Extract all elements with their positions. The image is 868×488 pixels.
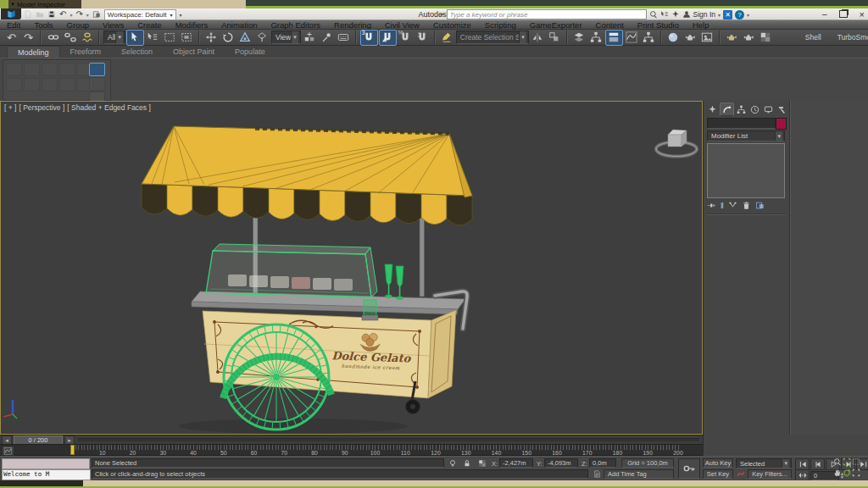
ribbon-edge-mode-button[interactable] xyxy=(24,63,40,76)
search-input[interactable] xyxy=(447,9,647,19)
add-time-tag-button[interactable]: Add Time Tag xyxy=(604,469,674,479)
ribbon-toggle-button[interactable] xyxy=(605,30,623,46)
menu-gameexporter[interactable]: GameExporter xyxy=(523,20,589,30)
open-file-icon[interactable] xyxy=(36,10,44,19)
tab-create[interactable] xyxy=(706,103,719,115)
set-key-button[interactable]: Set Key xyxy=(703,469,733,479)
viewport-menu-general[interactable]: [ + ] xyxy=(4,103,16,112)
menu-help[interactable]: Help xyxy=(686,20,716,30)
render-production-button[interactable] xyxy=(724,30,740,45)
ribbon-preview-button[interactable] xyxy=(6,78,22,92)
menu-card-holder[interactable] xyxy=(362,300,378,320)
snap-3d-toggle[interactable]: 3 xyxy=(360,30,378,46)
x-coord-field[interactable]: -2,427m xyxy=(499,458,533,468)
time-back-button[interactable]: ◂ xyxy=(2,435,12,445)
absolute-mode-toggle[interactable] xyxy=(478,459,487,468)
custom-button-shell[interactable]: Shell xyxy=(805,33,821,42)
ribbon-tab-object-paint[interactable]: Object Paint xyxy=(163,46,225,58)
edit-named-selection-sets-button[interactable] xyxy=(439,30,455,45)
angle-snap-toggle[interactable] xyxy=(379,30,397,46)
menu-edit[interactable]: Edit xyxy=(0,20,27,30)
ribbon-tab-selection[interactable]: Selection xyxy=(111,46,163,58)
restore-button[interactable] xyxy=(839,10,848,18)
select-object-button[interactable] xyxy=(126,30,144,46)
selection-region-button[interactable] xyxy=(162,30,178,45)
pan-hand-icon[interactable] xyxy=(833,469,842,477)
menu-print-studio[interactable]: Print Studio xyxy=(631,20,686,30)
menu-customize[interactable]: Customize xyxy=(426,20,478,30)
menu-modifiers[interactable]: Modifiers xyxy=(169,20,215,30)
ribbon-vertex-mode-button[interactable] xyxy=(6,63,22,76)
save-file-icon[interactable] xyxy=(47,10,56,19)
pin-stack-button[interactable] xyxy=(707,201,716,210)
redo-icon[interactable]: ↷ xyxy=(75,10,82,19)
menu-animation[interactable]: Animation xyxy=(214,20,264,30)
menu-civil-view[interactable]: Civil View xyxy=(378,20,426,30)
maximize-viewport-toggle[interactable] xyxy=(852,469,860,477)
previous-frame-button[interactable] xyxy=(810,458,825,470)
scene-explorer-toggle[interactable] xyxy=(588,30,604,45)
viewport-menu-shading[interactable]: [ Shaded + Edged Faces ] xyxy=(67,103,151,112)
modifier-stack-list[interactable] xyxy=(707,143,785,198)
spoked-wheel[interactable] xyxy=(224,324,329,430)
bind-to-space-warp-icon[interactable] xyxy=(79,30,95,45)
time-slider-track[interactable] xyxy=(78,438,699,441)
modifier-list-dropdown[interactable]: Modifier List ▾ xyxy=(707,130,785,141)
ribbon-collapse-stack-button[interactable] xyxy=(89,77,105,91)
object-color-swatch[interactable] xyxy=(776,118,787,130)
signin-caret[interactable]: ▾ xyxy=(718,12,721,18)
mirror-button[interactable] xyxy=(530,30,546,45)
select-by-name-button[interactable] xyxy=(145,30,161,45)
search-go-icon[interactable]: ▸ xyxy=(441,11,444,18)
time-slider-handle[interactable]: 0 / 200 xyxy=(14,435,63,445)
isolate-selection-toggle[interactable] xyxy=(448,459,457,468)
menu-create[interactable]: Create xyxy=(131,20,169,30)
percent-snap-toggle[interactable]: % xyxy=(398,30,414,45)
object-name-field[interactable] xyxy=(707,118,776,129)
help-icon[interactable]: ? xyxy=(735,10,744,19)
scene-canvas[interactable]: Dolce Gelato handmade ice cream xyxy=(1,102,702,434)
maxscript-listener-pane[interactable]: Welcome to M xyxy=(2,469,91,480)
use-pivot-center-button[interactable] xyxy=(302,30,318,45)
help-caret[interactable]: ▾ xyxy=(747,12,749,18)
sign-in-link[interactable]: Sign In xyxy=(693,10,715,19)
zoom-extents-icon[interactable] xyxy=(843,458,851,466)
menu-rendering[interactable]: Rendering xyxy=(327,20,378,30)
workspace-selector[interactable]: Workspace: Default ▾ xyxy=(104,9,176,20)
keyboard-override-toggle[interactable] xyxy=(336,30,352,45)
new-scene-icon[interactable] xyxy=(24,10,32,19)
remove-modifier-button[interactable] xyxy=(742,201,751,210)
ribbon-polygon-mode-button[interactable] xyxy=(59,63,75,76)
rendered-frame-window-button[interactable] xyxy=(699,30,715,45)
menu-content[interactable]: Content xyxy=(589,20,631,30)
undo-button[interactable]: ↶ xyxy=(3,30,19,45)
ribbon-modifier-button-1[interactable] xyxy=(24,78,40,92)
layer-manager-button[interactable] xyxy=(571,30,587,45)
ribbon-edit-poly-toggle[interactable] xyxy=(89,63,105,76)
tab-display[interactable] xyxy=(762,103,775,115)
tab-motion[interactable] xyxy=(748,103,761,115)
zoom-region-icon[interactable] xyxy=(852,458,860,466)
ice-cream-cart-model[interactable]: Dolce Gelato handmade ice cream xyxy=(142,126,472,430)
undo-caret[interactable]: ▾ xyxy=(70,12,72,18)
orbit-icon[interactable] xyxy=(843,469,851,477)
undo-icon[interactable]: ↶ xyxy=(59,10,66,19)
z-coord-field[interactable]: 0,0m xyxy=(589,458,616,468)
time-forward-button[interactable]: ▸ xyxy=(64,435,75,445)
frame-marker[interactable] xyxy=(70,445,75,455)
selection-filter-dropdown[interactable]: All ▾ xyxy=(103,30,125,44)
redo-button[interactable]: ↷ xyxy=(20,30,36,45)
communication-icon[interactable] xyxy=(660,10,669,19)
ribbon-tab-freeform[interactable]: Freeform xyxy=(60,46,112,58)
key-mode-toggle[interactable] xyxy=(795,469,810,481)
close-button[interactable]: × xyxy=(860,9,865,19)
select-and-move-button[interactable] xyxy=(203,30,220,45)
tab-hierarchy[interactable] xyxy=(735,103,748,115)
key-filters-button[interactable]: Key Filters... xyxy=(748,469,792,479)
custom-button-turbosmooth[interactable]: TurboSmooth xyxy=(837,33,868,42)
glass-display-case[interactable] xyxy=(206,244,377,297)
minimize-button[interactable]: – xyxy=(822,9,827,19)
select-and-manipulate-button[interactable] xyxy=(319,30,335,45)
project-folder-icon[interactable] xyxy=(92,10,101,19)
exchange-apps-icon[interactable]: ✕ xyxy=(723,10,732,19)
